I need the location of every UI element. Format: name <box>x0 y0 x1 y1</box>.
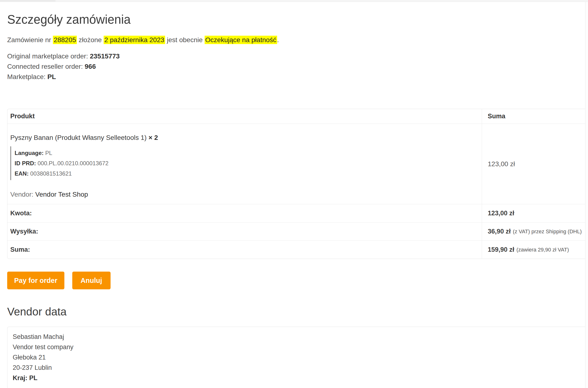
vendor-country-line: Kraj: PL <box>13 373 579 383</box>
shipping-note: (z VAT) przez Shipping (DHL) <box>513 228 582 235</box>
order-details-page: Szczegóły zamówienia Zamówienie nr 28820… <box>0 12 588 388</box>
column-header-product: Produkt <box>7 109 482 123</box>
top-edge-strip-left <box>0 0 56 2</box>
product-price: 123,00 zł <box>482 124 585 204</box>
grand-total-row: Suma: 159,90 zł(zawiera 29,90 zł VAT) <box>7 241 585 259</box>
attribute-ean-label: EAN: <box>15 170 30 177</box>
subtotal-label: Kwota: <box>7 204 482 222</box>
grand-total-note: (zawiera 29,90 zł VAT) <box>517 247 569 253</box>
marketplace-line: Marketplace: PL <box>7 72 588 82</box>
original-marketplace-order-label: Original marketplace order: <box>7 52 90 60</box>
product-row: Pyszny Banan (Produkt Własny Selleetools… <box>7 123 585 204</box>
connected-reseller-order-line: Connected reseller order: 966 <box>7 61 588 72</box>
order-number-highlight: 288205 <box>53 36 77 44</box>
product-title: Pyszny Banan (Produkt Własny Selleetools… <box>10 134 148 141</box>
order-note-status-prefix: jest obecnie <box>165 36 205 44</box>
shipping-label: Wysyłka: <box>7 222 482 241</box>
attribute-language: Language: PL <box>15 148 477 158</box>
vendor-city: 20-237 Lublin <box>13 363 579 373</box>
attribute-ean: EAN: 0038081513621 <box>15 168 477 179</box>
subtotal-value: 123,00 zł <box>482 204 585 222</box>
marketplace-value: PL <box>47 73 56 80</box>
order-meta: Original marketplace order: 23515773 Con… <box>7 51 588 82</box>
grand-total-amount: 159,90 zł <box>488 246 514 253</box>
vendor-address-box: Sebastian Machaj Vendor test company Głe… <box>7 327 585 388</box>
shipping-amount: 36,90 zł <box>488 228 511 235</box>
product-attributes: Language: PL ID PRD: 000.PL.00.0210.0000… <box>11 146 477 180</box>
attribute-id-prd-value: 000.PL.00.0210.000013672 <box>38 160 108 167</box>
product-vendor-label: Vendor: <box>10 191 35 198</box>
table-header-row: Produkt Suma <box>7 109 585 123</box>
page-title: Szczegóły zamówienia <box>7 12 588 26</box>
original-marketplace-order-value: 23515773 <box>90 52 120 60</box>
vendor-person-name: Sebastian Machaj <box>13 332 579 342</box>
connected-reseller-order-value: 966 <box>85 63 96 70</box>
shipping-row: Wysyłka: 36,90 zł(z VAT) przez Shipping … <box>7 222 585 241</box>
connected-reseller-order-label: Connected reseller order: <box>7 63 85 70</box>
product-vendor-line: Vendor: Vendor Test Shop <box>10 191 477 198</box>
subtotal-amount: 123,00 zł <box>488 210 514 217</box>
order-note-middle: złożone <box>77 36 104 44</box>
subtotal-row: Kwota: 123,00 zł <box>7 204 585 222</box>
attribute-id-prd: ID PRD: 000.PL.00.0210.000013672 <box>15 158 477 168</box>
cancel-order-button[interactable]: Anuluj <box>72 272 111 289</box>
product-vendor-name: Vendor Test Shop <box>35 191 88 198</box>
grand-total-value: 159,90 zł(zawiera 29,90 zł VAT) <box>482 241 585 259</box>
attribute-language-label: Language: <box>15 150 45 156</box>
original-marketplace-order-line: Original marketplace order: 23515773 <box>7 51 588 61</box>
vendor-country-value: PL <box>29 374 38 382</box>
order-note-prefix: Zamówienie nr <box>7 36 53 44</box>
shipping-value: 36,90 zł(z VAT) przez Shipping (DHL) <box>482 222 585 241</box>
column-header-total: Suma <box>482 109 585 123</box>
order-items-table: Produkt Suma Pyszny Banan (Produkt Własn… <box>7 109 585 259</box>
pay-for-order-button[interactable]: Pay for order <box>7 272 64 289</box>
vendor-data-heading: Vendor data <box>7 305 588 318</box>
order-status-highlight: Oczekujące na płatność <box>205 36 277 44</box>
order-status-sentence: Zamówienie nr 288205 złożone 2 październ… <box>7 36 588 44</box>
attribute-ean-value: 0038081513621 <box>30 170 72 177</box>
product-cell: Pyszny Banan (Produkt Własny Selleetools… <box>7 124 482 204</box>
attribute-language-value: PL <box>45 150 52 156</box>
attribute-id-prd-label: ID PRD: <box>15 160 38 167</box>
vendor-street: Głeboka 21 <box>13 352 579 363</box>
order-note-suffix: . <box>277 36 279 44</box>
product-name: Pyszny Banan (Produkt Własny Selleetools… <box>10 134 477 142</box>
top-edge-strip <box>0 0 588 2</box>
vendor-company-name: Vendor test company <box>13 342 579 352</box>
order-actions: Pay for order Anuluj <box>7 272 588 289</box>
order-date-highlight: 2 października 2023 <box>104 36 165 44</box>
vendor-country-label: Kraj: <box>13 374 29 382</box>
grand-total-label: Suma: <box>7 241 482 259</box>
marketplace-label: Marketplace: <box>7 73 47 80</box>
product-quantity: × 2 <box>148 134 158 141</box>
